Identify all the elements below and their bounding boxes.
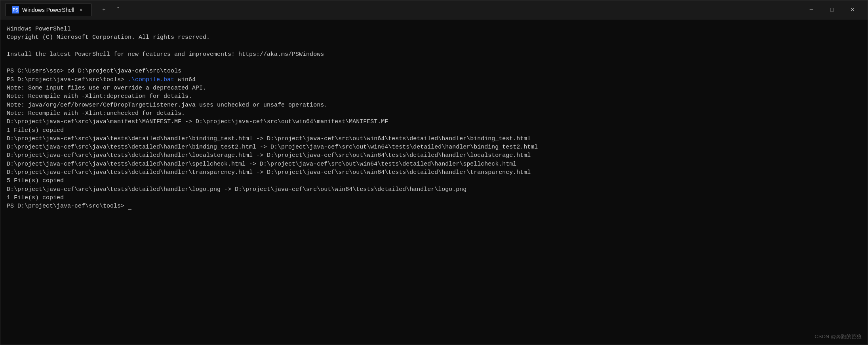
- terminal-line: PS D:\project\java-cef\src\tools> █: [7, 202, 861, 210]
- terminal-line: Windows PowerShell: [7, 25, 861, 33]
- terminal-line: [7, 59, 861, 67]
- watermark: CSDN @奔跑的芭狼: [815, 333, 862, 340]
- terminal-line: PS D:\project\java-cef\src\tools> .\comp…: [7, 76, 861, 84]
- window-controls: ─ □ ×: [801, 0, 863, 19]
- terminal-line: D:\project\java-cef\src\java\tests\detai…: [7, 135, 861, 143]
- tab-label: Windows PowerShell: [22, 7, 74, 13]
- terminal-line: 1 File(s) copied: [7, 126, 861, 135]
- titlebar-actions: + ˅: [98, 4, 125, 16]
- terminal-line: Note: Recompile with -Xlint:unchecked fo…: [7, 109, 861, 118]
- minimize-button[interactable]: ─: [801, 0, 822, 19]
- powershell-window: PS Windows PowerShell × + ˅ ─ □ × Window…: [0, 0, 868, 345]
- terminal-line: Copyright (C) Microsoft Corporation. All…: [7, 33, 861, 42]
- terminal-line: D:\project\java-cef\src\java\tests\detai…: [7, 143, 861, 151]
- cursor: █: [128, 203, 131, 210]
- titlebar: PS Windows PowerShell × + ˅ ─ □ ×: [0, 0, 868, 19]
- terminal-line: Note: java/org/cef/browser/CefDropTarget…: [7, 101, 861, 109]
- add-tab-button[interactable]: +: [98, 4, 110, 16]
- titlebar-left: PS Windows PowerShell × + ˅: [5, 4, 801, 16]
- terminal-line: Install the latest PowerShell for new fe…: [7, 50, 861, 59]
- terminal-content[interactable]: Windows PowerShellCopyright (C) Microsof…: [0, 19, 868, 345]
- maximize-button[interactable]: □: [822, 0, 842, 19]
- terminal-line: [7, 42, 861, 50]
- compile-bat-highlight: .\compile.bat: [128, 76, 174, 83]
- terminal-line: Note: Recompile with -Xlint:deprecation …: [7, 92, 861, 101]
- terminal-line: PS C:\Users\ssc> cd D:\project\java-cef\…: [7, 67, 861, 75]
- active-tab[interactable]: PS Windows PowerShell ×: [5, 4, 91, 16]
- terminal-line: D:\project\java-cef\src\java\tests\detai…: [7, 185, 861, 194]
- tab-close-button[interactable]: ×: [78, 6, 85, 13]
- dropdown-button[interactable]: ˅: [112, 4, 125, 16]
- terminal-line: D:\project\java-cef\src\java\tests\detai…: [7, 151, 861, 160]
- close-button[interactable]: ×: [842, 0, 863, 19]
- terminal-line: 5 File(s) copied: [7, 177, 861, 185]
- terminal-line: D:\project\java-cef\src\java\tests\detai…: [7, 168, 861, 177]
- terminal-line: D:\project\java-cef\src\java\manifest\MA…: [7, 118, 861, 126]
- terminal-line: Note: Some input files use or override a…: [7, 84, 861, 92]
- tab-icon: PS: [12, 6, 19, 13]
- terminal-line: D:\project\java-cef\src\java\tests\detai…: [7, 160, 861, 168]
- terminal-line: 1 File(s) copied: [7, 194, 861, 202]
